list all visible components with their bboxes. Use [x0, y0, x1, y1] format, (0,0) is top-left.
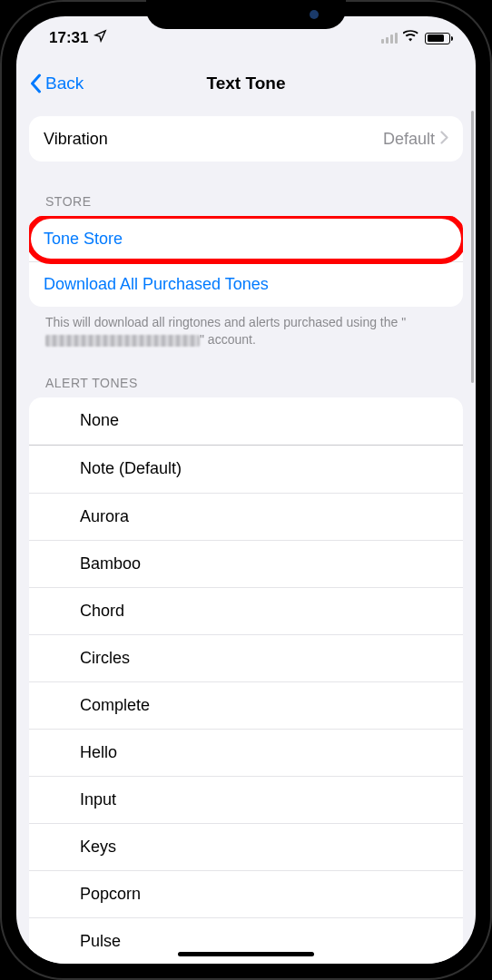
back-button[interactable]: Back [29, 74, 84, 93]
signal-icon [381, 33, 398, 44]
tone-row-note[interactable]: Note (Default) [29, 446, 463, 493]
vibration-value: Default [383, 130, 435, 149]
notch [146, 0, 346, 29]
home-indicator[interactable] [178, 952, 314, 956]
tone-row-bamboo[interactable]: Bamboo [29, 540, 463, 587]
tone-label: Bamboo [80, 554, 141, 573]
tone-row-chord[interactable]: Chord [29, 587, 463, 634]
tone-row-complete[interactable]: Complete [29, 681, 463, 729]
tone-label: Complete [80, 696, 150, 715]
tone-row-aurora[interactable]: Aurora [29, 493, 463, 540]
content-scroll[interactable]: Vibration Default STORE Tone Store Downl… [16, 107, 476, 964]
phone-frame: 17:31 Back Text [0, 0, 492, 980]
tone-row-none[interactable]: None [29, 397, 463, 445]
tone-label: Popcorn [80, 885, 141, 904]
battery-icon [425, 33, 450, 44]
front-camera-icon [310, 10, 319, 19]
location-icon [93, 29, 107, 47]
tone-label: Input [80, 790, 116, 809]
vibration-row[interactable]: Vibration Default [29, 116, 463, 162]
status-right [381, 29, 450, 47]
store-footer-text: This will download all ringtones and ale… [29, 307, 463, 350]
vibration-label: Vibration [44, 130, 383, 149]
redacted-account [45, 335, 200, 347]
tone-row-keys[interactable]: Keys [29, 823, 463, 870]
tone-store-row[interactable]: Tone Store [29, 216, 463, 261]
tone-label: Hello [80, 743, 117, 762]
tone-label: Pulse [80, 932, 121, 951]
tone-label: Circles [80, 649, 130, 668]
screen: 17:31 Back Text [16, 16, 476, 964]
tone-label: Chord [80, 602, 124, 621]
alert-tones-header: ALERT TONES [29, 350, 463, 397]
tone-label: Aurora [80, 507, 129, 526]
store-header: STORE [29, 169, 463, 216]
status-time: 17:31 [49, 29, 88, 47]
tone-row-input[interactable]: Input [29, 776, 463, 823]
back-label: Back [45, 74, 84, 93]
nav-bar: Back Text Tone [16, 60, 476, 107]
chevron-left-icon [29, 74, 43, 93]
store-group: Tone Store Download All Purchased Tones [29, 216, 463, 307]
tone-label: Keys [80, 838, 116, 857]
wifi-icon [403, 29, 419, 47]
scroll-indicator [471, 111, 474, 383]
tone-store-label: Tone Store [44, 230, 123, 249]
download-all-row[interactable]: Download All Purchased Tones [29, 261, 463, 307]
footer-suffix: " account. [200, 332, 256, 347]
vibration-group: Vibration Default [29, 116, 463, 162]
footer-prefix: This will download all ringtones and ale… [45, 315, 406, 329]
page-title: Text Tone [207, 74, 286, 93]
status-left: 17:31 [49, 29, 107, 47]
tone-row-hello[interactable]: Hello [29, 729, 463, 776]
chevron-right-icon [440, 130, 448, 149]
tone-label: Note (Default) [80, 459, 182, 478]
tone-row-popcorn[interactable]: Popcorn [29, 870, 463, 917]
tone-row-pulse[interactable]: Pulse [29, 917, 463, 964]
tone-label: None [80, 411, 119, 430]
alert-tones-list: None Note (Default) Aurora Bamboo Chord … [29, 397, 463, 964]
download-all-label: Download All Purchased Tones [44, 275, 269, 294]
tone-row-circles[interactable]: Circles [29, 634, 463, 681]
